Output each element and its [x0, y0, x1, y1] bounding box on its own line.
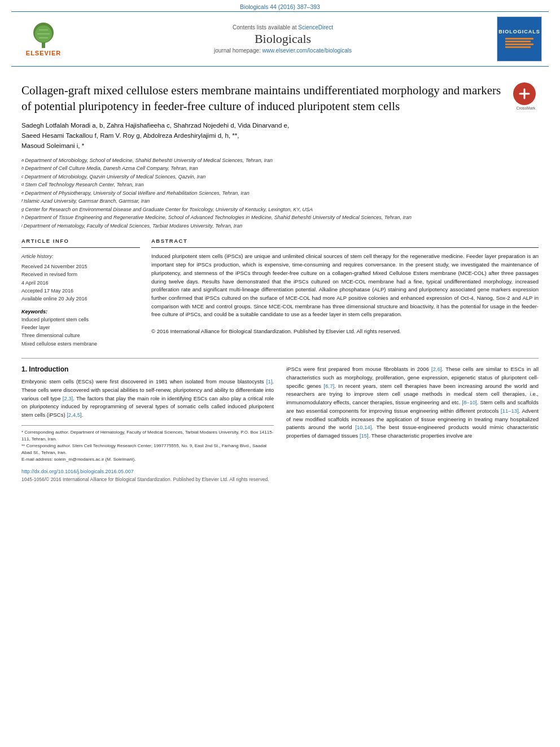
revised-date: 4 April 2016: [21, 279, 140, 287]
journal-homepage: journal homepage: www.elsevier.com/locat…: [69, 47, 497, 54]
journal-volume-bar: Biologicals 44 (2016) 387–393: [0, 0, 560, 11]
affil-g: g Center for Research on Environmental D…: [21, 206, 539, 214]
elsevier-logo: ELSEVIER: [18, 21, 69, 56]
keyword-3: Three dimensional culture: [21, 331, 140, 339]
bottom-links: http://dx.doi.org/10.1016/j.biologicals.…: [21, 469, 274, 482]
keyword-1: Induced pluripotent stem cells: [21, 316, 140, 324]
info-dates: Received 24 November 2015 Received in re…: [21, 263, 140, 303]
footnote-section: * Corresponding author. Department of He…: [21, 425, 274, 463]
authors-line3: Masoud Soleimani i, *: [21, 141, 539, 151]
elsevier-label: ELSEVIER: [26, 50, 61, 56]
keyword-2: Feeder layer: [21, 324, 140, 331]
intro-para2: iPSCs were first prepared from mouse fib…: [286, 365, 539, 440]
badge-line-2: [505, 41, 531, 42]
history-label: Article history:: [21, 252, 140, 260]
right-col: ABSTRACT Induced pluripotent stem cells …: [151, 238, 539, 348]
body-two-col: 1. Introduction Embryonic stem cells (ES…: [21, 365, 539, 482]
intro-section-title: 1. Introduction: [21, 365, 274, 373]
affiliations: a Department of Microbiology, School of …: [21, 157, 539, 230]
ref-10-14: [10,14]: [355, 424, 371, 430]
ref-15: [15]: [360, 433, 369, 439]
revised-label: Received in revised form: [21, 270, 140, 278]
abstract-label: ABSTRACT: [151, 238, 539, 244]
intro-title: Introduction: [29, 365, 68, 373]
intro-body-left: Embryonic stem cells (ESCs) were first d…: [21, 378, 274, 420]
article-info-content: Article history: Received 24 November 20…: [21, 252, 140, 303]
keywords-label: Keywords:: [21, 309, 140, 314]
crossmark-icon: [518, 87, 531, 101]
ref-8-10: [8–10]: [462, 399, 476, 405]
contents-line: Contents lists available at ScienceDirec…: [69, 24, 497, 30]
ref-6-7: [6,7]: [324, 383, 335, 389]
affil-d: d Stem Cell Technology Research Center, …: [21, 181, 539, 189]
crossmark-circle: [513, 82, 536, 105]
crossmark: CrossMark: [513, 82, 539, 108]
page: Biologicals 44 (2016) 387–393 ELSEVIER C…: [0, 0, 560, 747]
elsevier-tree-icon: [27, 21, 60, 50]
journal-center: Contents lists available at ScienceDirec…: [69, 24, 497, 54]
authors-line2: Saeed Hesami Tackallou f, Ram V. Roy g, …: [21, 130, 539, 141]
abstract-body: Induced pluripotent stem cells (iPSCs) a…: [151, 253, 539, 317]
body-left-col: 1. Introduction Embryonic stem cells (ES…: [21, 365, 274, 482]
body-right-col: iPSCs were first prepared from mouse fib…: [286, 365, 539, 482]
affil-c: c Department of Microbiology, Qazvin Uni…: [21, 173, 539, 181]
ref-11-13: [11–13]: [501, 408, 519, 414]
keywords-section: Keywords: Induced pluripotent stem cells…: [21, 309, 140, 348]
affil-f: f Islamic Azad University, Garmsar Branc…: [21, 198, 539, 206]
article-info-divider: [21, 247, 140, 248]
authors: Sadegh Lotfalah Moradi a, b, Zahra Hajis…: [21, 120, 539, 151]
authors-line1: Sadegh Lotfalah Moradi a, b, Zahra Hajis…: [21, 120, 539, 130]
journal-title: Biologicals: [69, 32, 497, 46]
keywords-list: Induced pluripotent stem cells Feeder la…: [21, 316, 140, 348]
badge-title: BIOLOGICALS: [498, 29, 540, 34]
footnote-star1: * Corresponding author. Department of He…: [21, 429, 274, 443]
footnote-star2: ** Corresponding author. Stem Cell Techn…: [21, 443, 274, 456]
affil-a: a Department of Microbiology, School of …: [21, 157, 539, 165]
intro-para1: Embryonic stem cells (ESCs) were first d…: [21, 378, 274, 420]
abstract-copyright: © 2016 International Alliance for Biolog…: [151, 328, 401, 334]
article-title-text: Collagen-graft mixed cellulose esters me…: [21, 84, 501, 113]
article-info-abstract-section: ARTICLE INFO Article history: Received 2…: [21, 238, 539, 348]
crossmark-label: CrossMark: [513, 106, 539, 111]
footnote-email: E-mail address: solein_m@modares.ac.ir (…: [21, 456, 274, 463]
body-divider: [21, 358, 539, 359]
doi-link[interactable]: http://dx.doi.org/10.1016/j.biologicals.…: [21, 469, 274, 474]
accepted-date: Accepted 17 May 2016: [21, 287, 140, 295]
badge-lines: [503, 37, 536, 49]
affil-i: i Department of Hematology, Faculty of M…: [21, 222, 539, 230]
badge-line-1: [505, 38, 533, 40]
received-date: Received 24 November 2015: [21, 263, 140, 270]
ref-2-6: [2,6]: [431, 366, 442, 372]
article-info-label: ARTICLE INFO: [21, 238, 140, 244]
copyright-bottom: 1045-1056/© 2016 International Alliance …: [21, 477, 274, 482]
affil-e: e Department of Physiotherapy, Universit…: [21, 190, 539, 198]
abstract-divider: [151, 247, 539, 248]
badge-line-3: [505, 43, 533, 45]
badge-line-4: [505, 46, 531, 48]
intro-number: 1.: [21, 365, 27, 373]
keyword-4: Mixed cellulose esters membrane: [21, 340, 140, 348]
left-col: ARTICLE INFO Article history: Received 2…: [21, 238, 140, 348]
journal-header: ELSEVIER Contents lists available at Sci…: [11, 11, 549, 67]
abstract-text: Induced pluripotent stem cells (iPSCs) a…: [151, 252, 539, 335]
affil-h: h Department of Tissue Engineering and R…: [21, 214, 539, 222]
sciencedirect-link[interactable]: ScienceDirect: [298, 24, 333, 30]
intro-body-right: iPSCs were first prepared from mouse fib…: [286, 365, 539, 440]
journal-volume: Biologicals 44 (2016) 387–393: [240, 3, 320, 10]
main-content: Collagen-graft mixed cellulose esters me…: [0, 67, 560, 493]
ref-1: [1]: [266, 378, 273, 385]
affil-b: b Department of Cell Culture Media, Dane…: [21, 165, 539, 173]
article-title: Collagen-graft mixed cellulose esters me…: [21, 82, 539, 115]
ref-2-4-5: [2,4,5]: [67, 412, 81, 418]
homepage-link[interactable]: www.elsevier.com/locate/biologicals: [262, 47, 352, 54]
online-date: Available online 20 July 2016: [21, 295, 140, 303]
biologicals-badge: BIOLOGICALS: [497, 16, 542, 62]
ref-2-3: [2,3]: [63, 395, 73, 401]
